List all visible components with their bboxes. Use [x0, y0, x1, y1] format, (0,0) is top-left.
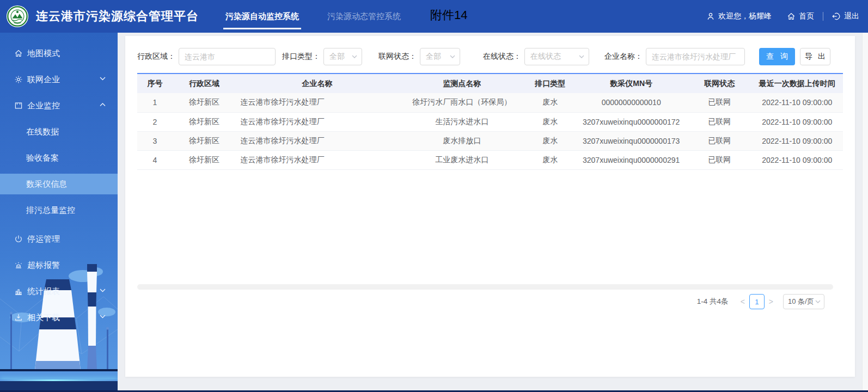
- sidebar-item-exceedance-alarm[interactable]: 超标报警: [0, 252, 118, 278]
- gear-icon: [14, 75, 23, 84]
- sidebar-item-label: 验收备案: [26, 153, 59, 163]
- tab-auto-monitoring-system[interactable]: 污染源自动监控系统: [223, 0, 301, 33]
- search-button[interactable]: 查 询: [759, 48, 795, 65]
- cell-site: 生活污水进水口: [399, 112, 525, 131]
- sidebar-item-statistical-reports[interactable]: 统计报表: [0, 278, 118, 304]
- outlet-type-select[interactable]: 全部: [323, 48, 362, 65]
- outlet-type-value: 全部: [329, 52, 345, 62]
- sidebar-item-label: 排污总量监控: [26, 205, 75, 216]
- sidebar-item-map-mode[interactable]: 地图模式: [0, 40, 118, 66]
- page-title: 连云港市污染源综合管理平台: [36, 8, 199, 24]
- home-icon: [787, 12, 796, 21]
- pagination-total: 1-4 共4条: [697, 297, 729, 307]
- cell-site: 工业废水进水口: [399, 150, 525, 169]
- mee-logo: [6, 5, 29, 28]
- company-input[interactable]: [646, 48, 745, 65]
- welcome-text: 欢迎您，杨耀峰: [718, 11, 772, 21]
- header-divider: [823, 12, 823, 21]
- sidebar-item-label: 相关下载: [27, 313, 60, 323]
- vertical-scrollbar[interactable]: [862, 33, 868, 390]
- col-last-upload-time: 最近一次数据上传时间: [751, 74, 843, 93]
- export-button[interactable]: 导 出: [800, 48, 830, 65]
- chevron-up-icon: [100, 103, 106, 107]
- cell-outlet-type: 废水: [525, 93, 575, 112]
- cell-seq: 2: [137, 112, 173, 131]
- cell-site: 废水排放口: [399, 131, 525, 150]
- tab-dynamic-control-system[interactable]: 污染源动态管控系统: [325, 0, 403, 33]
- chevron-down-icon: [100, 315, 106, 318]
- col-outlet-type: 排口类型: [525, 74, 575, 93]
- sidebar-item-enterprise-monitoring[interactable]: 企业监控: [0, 93, 118, 119]
- cell-site: 徐圩污水厂雨水口（环保局）: [399, 93, 525, 112]
- col-seq: 序号: [137, 74, 173, 93]
- sidebar-item-data-collector-info[interactable]: 数采仪信息: [0, 174, 118, 194]
- sidebar-item-shutdown-management[interactable]: 停运管理: [0, 226, 118, 252]
- sidebar-item-online-data[interactable]: 在线数据: [0, 119, 118, 145]
- table-row: 1 徐圩新区 连云港市徐圩污水处理厂 徐圩污水厂雨水口（环保局） 废水 0000…: [137, 93, 843, 112]
- chevron-down-icon: [450, 55, 455, 58]
- network-status-value: 全部: [426, 52, 441, 62]
- cell-last-upload-time: 2022-11-10 09:00:00: [751, 150, 843, 169]
- region-input[interactable]: [179, 48, 276, 65]
- online-status-filter-label: 在线状态：: [483, 52, 521, 62]
- cell-seq: 3: [137, 131, 173, 150]
- col-mn-number: 数采仪MN号: [574, 74, 687, 93]
- pagination: 1-4 共4条 < 1 > 10 条/页: [137, 294, 843, 309]
- prev-page-button[interactable]: <: [736, 297, 749, 306]
- sidebar-item-label: 地图模式: [27, 48, 60, 59]
- next-page-button[interactable]: >: [765, 297, 778, 306]
- cell-outlet-type: 废水: [525, 112, 575, 131]
- cell-company: 连云港市徐圩污水处理厂: [236, 131, 398, 150]
- col-company: 企业名称: [236, 74, 398, 93]
- cell-network-status: 已联网: [688, 131, 751, 150]
- page-size-select[interactable]: 10 条/页: [783, 294, 824, 309]
- table-row: 4 徐圩新区 连云港市徐圩污水处理厂 工业废水进水口 废水 3207xuweix…: [137, 150, 843, 169]
- table-row: 3 徐圩新区 连云港市徐圩污水处理厂 废水排放口 废水 3207xuweixin…: [137, 131, 843, 150]
- download-icon: [14, 313, 23, 322]
- online-status-select[interactable]: 在线状态: [524, 48, 589, 65]
- chevron-down-icon: [352, 55, 357, 58]
- table-row: 2 徐圩新区 连云港市徐圩污水处理厂 生活污水进水口 废水 3207xuweix…: [137, 112, 843, 131]
- sidebar-item-label: 数采仪信息: [26, 179, 67, 189]
- page-size-value: 10 条/页: [788, 297, 814, 307]
- horizontal-scrollbar[interactable]: [137, 284, 833, 290]
- sidebar-item-label: 企业监控: [27, 101, 60, 111]
- cell-company: 连云港市徐圩污水处理厂: [236, 150, 398, 169]
- sidebar-item-label: 在线数据: [26, 127, 59, 137]
- data-table: 序号 行政区域 企业名称 监测点名称 排口类型 数采仪MN号 联网状态 最近一次…: [137, 73, 843, 170]
- sidebar-item-related-downloads[interactable]: 相关下载: [0, 304, 118, 330]
- sidebar-item-discharge-total-monitoring[interactable]: 排污总量监控: [0, 197, 118, 223]
- chevron-down-icon: [100, 77, 106, 81]
- app-header: 连云港市污染源综合管理平台 污染源自动监控系统 污染源动态管控系统 附件14 欢…: [0, 0, 868, 33]
- cell-seq: 1: [137, 93, 173, 112]
- cell-company: 连云港市徐圩污水处理厂: [236, 93, 398, 112]
- chevron-down-icon: [579, 55, 584, 58]
- home-button[interactable]: 首页: [787, 11, 814, 21]
- network-status-filter-label: 联网状态：: [378, 52, 417, 62]
- home-icon: [14, 49, 23, 58]
- attachment-annotation: 附件14: [430, 7, 467, 23]
- chart-icon: [14, 287, 23, 296]
- filter-bar: 行政区域： 排口类型： 全部 联网状态： 全部 在线状态： 在线状态 企业名称：…: [137, 36, 843, 65]
- cell-mn-number: 3207xuweixinqu0000000291: [574, 150, 687, 169]
- power-icon: [14, 235, 23, 243]
- cell-outlet-type: 废水: [525, 150, 575, 169]
- content-card: 行政区域： 排口类型： 全部 联网状态： 全部 在线状态： 在线状态 企业名称：…: [125, 36, 855, 377]
- sidebar-item-networked-enterprises[interactable]: 联网企业: [0, 66, 118, 93]
- outlet-type-filter-label: 排口类型：: [282, 52, 320, 62]
- cell-last-upload-time: 2022-11-10 09:00:00: [751, 93, 843, 112]
- logout-label: 退出: [844, 11, 859, 21]
- sidebar-item-acceptance-filing[interactable]: 验收备案: [0, 145, 118, 171]
- logout-button[interactable]: 退出: [832, 11, 859, 21]
- region-filter-label: 行政区域：: [137, 52, 175, 62]
- sidebar-item-label: 统计报表: [27, 286, 60, 297]
- network-status-select[interactable]: 全部: [420, 48, 460, 65]
- sidebar-item-label: 联网企业: [27, 75, 60, 85]
- user-icon: [706, 12, 715, 21]
- company-filter-label: 企业名称：: [604, 52, 643, 62]
- cell-network-status: 已联网: [688, 93, 751, 112]
- welcome-user: 欢迎您，杨耀峰: [706, 11, 772, 21]
- alarm-icon: [14, 261, 23, 270]
- current-page-button[interactable]: 1: [749, 294, 765, 309]
- cell-outlet-type: 废水: [525, 131, 575, 150]
